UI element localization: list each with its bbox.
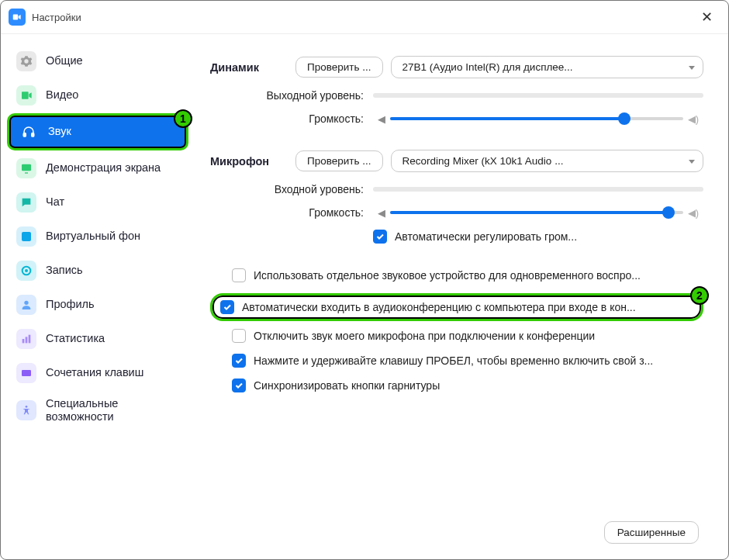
sidebar-item-label: Статистика: [46, 332, 105, 345]
svg-rect-7: [22, 339, 25, 343]
mute-on-join-checkbox[interactable]: Отключить звук моего микрофона при подкл…: [210, 329, 703, 343]
annotation-badge-1: 1: [174, 109, 192, 128]
svg-rect-9: [29, 335, 31, 344]
svg-rect-0: [23, 133, 26, 137]
advanced-button[interactable]: Расширенные: [604, 521, 699, 544]
gear-icon: [16, 51, 36, 71]
checkbox-label: Использовать отдельное звуковое устройст…: [254, 269, 641, 282]
sidebar-item-label: Демонстрация экрана: [46, 161, 161, 175]
svg-rect-10: [22, 370, 31, 376]
sidebar-item-audio[interactable]: Звук 1: [7, 113, 188, 150]
svg-point-11: [26, 406, 28, 408]
volume-low-icon: ◀: [378, 207, 385, 219]
close-button[interactable]: ✕: [696, 7, 717, 27]
checkbox-label: Синхронизировать кнопки гарнитуры: [254, 379, 440, 392]
speaker-volume-slider[interactable]: ◀ ◀): [373, 113, 703, 125]
sidebar-item-label: Сочетания клавиш: [46, 366, 143, 379]
sidebar-item-label: Звук: [48, 125, 71, 138]
sync-headset-checkbox[interactable]: Синхронизировать кнопки гарнитуры: [210, 379, 703, 392]
titlebar: Настройки ✕: [1, 1, 728, 34]
keyboard-icon: [16, 363, 36, 383]
sidebar-item-label: Чат: [46, 195, 64, 209]
sidebar-item-chat[interactable]: Чат: [7, 186, 188, 219]
chat-icon: [16, 192, 36, 213]
sidebar: Общие Видео Звук 1 Демонстрация экра: [1, 34, 195, 513]
mic-device-select[interactable]: Recording Mixer (kX 10k1 Audio ...: [391, 150, 703, 172]
share-screen-icon: [16, 158, 36, 178]
sidebar-item-label: Общие: [46, 54, 83, 67]
checkbox-label: Нажмите и удерживайте клавишу ПРОБЕЛ, чт…: [254, 354, 653, 367]
app-icon: [9, 9, 26, 26]
sidebar-item-label: Профиль: [46, 298, 95, 311]
svg-point-5: [25, 269, 28, 272]
svg-rect-2: [22, 164, 31, 171]
test-mic-button[interactable]: Проверить ...: [295, 150, 383, 171]
svg-rect-1: [32, 133, 34, 137]
window-title: Настройки: [32, 12, 81, 23]
checkbox-icon: [220, 300, 234, 314]
footer: Расширенные: [1, 513, 728, 559]
auto-join-audio-checkbox[interactable]: Автоматически входить в аудиоконференцию…: [210, 293, 703, 321]
svg-rect-8: [26, 337, 28, 343]
sidebar-item-label: Специальные возможности: [46, 397, 162, 424]
virtual-bg-icon: [16, 226, 36, 247]
checkbox-icon: [373, 230, 387, 244]
sidebar-item-shortcuts[interactable]: Сочетания клавиш: [7, 357, 188, 389]
sidebar-item-profile[interactable]: Профиль: [7, 289, 188, 321]
input-level-meter: [373, 187, 703, 192]
svg-rect-3: [22, 232, 31, 241]
mic-volume-label: Громкость:: [210, 206, 373, 219]
space-unmute-checkbox[interactable]: Нажмите и удерживайте клавишу ПРОБЕЛ, чт…: [210, 354, 703, 368]
svg-point-6: [24, 301, 28, 305]
sidebar-item-statistics[interactable]: Статистика: [7, 323, 188, 355]
sidebar-item-video[interactable]: Видео: [7, 79, 188, 112]
checkbox-icon: [232, 354, 246, 368]
profile-icon: [16, 295, 36, 315]
content-area: Динамик Проверить ... 27B1 (Аудио Intel(…: [195, 34, 728, 513]
auto-adjust-checkbox[interactable]: Автоматически регулировать гром...: [210, 230, 703, 244]
test-speaker-button[interactable]: Проверить ...: [295, 57, 383, 78]
output-level-label: Выходной уровень:: [210, 89, 373, 102]
mic-section-title: Микрофон: [210, 155, 295, 168]
volume-high-icon: ◀): [688, 207, 699, 219]
mic-volume-slider[interactable]: ◀ ◀): [373, 207, 703, 219]
checkbox-label: Автоматически регулировать гром...: [395, 230, 577, 243]
speaker-device-select[interactable]: 27B1 (Аудио Intel(R) для дисплее...: [391, 56, 703, 78]
checkbox-icon: [232, 329, 246, 343]
sidebar-item-label: Виртуальный фон: [46, 230, 140, 243]
sidebar-item-general[interactable]: Общие: [7, 45, 188, 78]
sidebar-item-virtual-bg[interactable]: Виртуальный фон: [7, 220, 188, 253]
input-level-label: Входной уровень:: [210, 183, 373, 195]
sidebar-item-recording[interactable]: Запись: [7, 254, 188, 287]
checkbox-icon: [232, 268, 246, 282]
volume-high-icon: ◀): [688, 113, 699, 125]
video-icon: [16, 85, 36, 105]
volume-low-icon: ◀: [378, 113, 385, 125]
sidebar-item-share[interactable]: Демонстрация экрана: [7, 152, 188, 185]
checkbox-icon: [232, 379, 246, 392]
checkbox-label: Отключить звук моего микрофона при подкл…: [254, 330, 595, 342]
checkbox-label: Автоматически входить в аудиоконференцию…: [242, 301, 636, 313]
annotation-badge-2: 2: [690, 286, 709, 305]
separate-device-checkbox[interactable]: Использовать отдельное звуковое устройст…: [210, 268, 703, 282]
speaker-volume-label: Громкость:: [210, 112, 373, 125]
record-icon: [16, 261, 36, 281]
headphones-icon: [19, 122, 39, 142]
accessibility-icon: [16, 400, 36, 420]
sidebar-item-label: Видео: [46, 88, 78, 102]
speaker-section-title: Динамик: [210, 61, 295, 74]
stats-icon: [16, 329, 36, 349]
sidebar-item-accessibility[interactable]: Специальные возможности: [7, 391, 188, 430]
output-level-meter: [373, 93, 703, 98]
sidebar-item-label: Запись: [46, 264, 83, 277]
settings-window: Настройки ✕ Общие Видео Звук: [0, 0, 729, 560]
